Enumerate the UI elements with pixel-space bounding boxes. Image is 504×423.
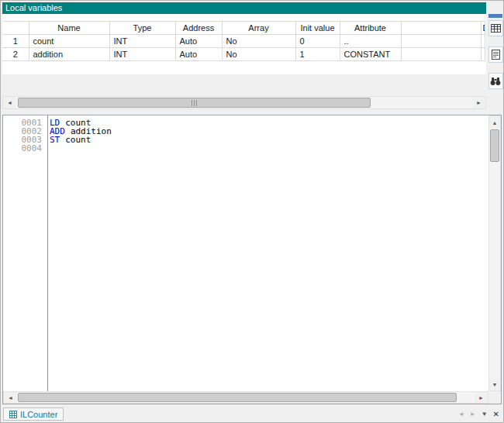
close-icon: ✕	[493, 410, 499, 418]
cell-rownum[interactable]: 1	[2, 35, 29, 48]
column-header-name[interactable]: Name	[29, 22, 109, 35]
binoculars-icon	[490, 77, 501, 86]
scrollbar-track[interactable]	[17, 392, 475, 403]
gutter-divider	[47, 115, 48, 391]
grid-icon	[9, 411, 17, 418]
scroll-down-button[interactable]: ▼	[489, 378, 500, 390]
column-header-init-value[interactable]: Init value	[295, 22, 340, 35]
cell-address[interactable]: Auto	[175, 48, 222, 61]
variables-hscrollbar[interactable]: ◄ ►	[2, 96, 486, 109]
cell-name[interactable]: addition	[29, 48, 109, 61]
column-header-attribute[interactable]: Attribute	[340, 22, 401, 35]
tab-list-dropdown-button[interactable]: ▼	[482, 411, 488, 418]
scrollbar-corner	[488, 391, 501, 404]
operand: count	[65, 135, 91, 145]
cell-init-value[interactable]: 0	[295, 35, 340, 48]
cell-address[interactable]: Auto	[175, 35, 222, 48]
table-row[interactable]: 1 count INT Auto No 0 ..	[2, 35, 485, 48]
gripper-icon	[192, 100, 198, 106]
scrollbar-track[interactable]	[16, 97, 472, 108]
cell-init-value[interactable]: 1	[295, 48, 340, 61]
editor-vscrollbar[interactable]: ▲ ▼	[488, 115, 501, 391]
scroll-right-button[interactable]: ►	[472, 97, 485, 108]
cell-array[interactable]: No	[222, 35, 295, 48]
arrow-right-icon: ►	[470, 411, 476, 418]
arrow-right-icon: ►	[478, 395, 484, 401]
cell-attribute[interactable]: CONSTANT	[340, 48, 401, 61]
toolbar-active-indicator	[488, 14, 502, 18]
tab-label: ILCounter	[20, 410, 57, 419]
cell-rownum[interactable]: 2	[2, 48, 29, 61]
cell-extra[interactable]	[401, 35, 481, 48]
column-header-extra[interactable]	[401, 22, 481, 35]
panel-title-bar: Local variables	[2, 2, 486, 14]
column-header-rownum[interactable]	[2, 22, 29, 35]
find-button[interactable]	[488, 73, 503, 89]
vscroll-thumb[interactable]	[490, 129, 499, 162]
arrow-left-icon: ◄	[7, 100, 12, 105]
document-view-button[interactable]	[488, 46, 503, 63]
column-header-description[interactable]: D	[481, 22, 485, 35]
code-line[interactable]: 0003STcount	[3, 136, 488, 144]
scroll-up-button[interactable]: ▲	[489, 116, 500, 129]
chevron-down-icon: ▼	[482, 411, 488, 418]
side-toolbar	[488, 14, 503, 110]
cell-description[interactable]	[481, 48, 485, 61]
column-header-array[interactable]: Array	[222, 22, 295, 35]
cell-description[interactable]	[481, 35, 485, 48]
table-row[interactable]: 2 addition INT Auto No 1 CONSTANT	[2, 48, 485, 61]
cell-array[interactable]: No	[222, 48, 295, 61]
grid-icon	[491, 23, 501, 33]
arrow-right-icon: ►	[476, 100, 482, 105]
app-window: Local variables Name Type Address Array …	[0, 0, 504, 423]
scroll-left-button[interactable]: ◄	[4, 392, 17, 403]
bottom-tab-bar: ILCounter ◄ ► ▼ ✕	[1, 406, 503, 422]
code-area[interactable]: 0001LDcount 0002ADDaddition 0003STcount …	[3, 115, 488, 391]
code-line[interactable]: 0004	[3, 144, 488, 153]
panel-title: Local variables	[5, 3, 62, 12]
cell-type[interactable]: INT	[109, 48, 175, 61]
table-header-row: Name Type Address Array Init value Attri…	[2, 22, 485, 35]
hscroll-thumb[interactable]	[18, 98, 371, 108]
cell-type[interactable]: INT	[109, 35, 175, 48]
line-number: 0004	[3, 144, 42, 153]
scroll-right-button[interactable]: ►	[475, 392, 488, 403]
scrollbar-track[interactable]	[489, 129, 500, 378]
cell-attribute[interactable]: ..	[340, 35, 401, 48]
arrow-left-icon: ◄	[8, 395, 13, 401]
scroll-left-button[interactable]: ◄	[3, 97, 16, 108]
close-button[interactable]: ✕	[493, 410, 499, 418]
tab-scroll-right-button[interactable]: ►	[470, 411, 476, 418]
editor-hscrollbar[interactable]: ◄ ►	[3, 391, 488, 404]
document-icon	[492, 50, 500, 60]
hscroll-thumb[interactable]	[18, 393, 457, 402]
tab-navigation: ◄ ► ▼ ✕	[458, 406, 499, 422]
cell-extra[interactable]	[401, 48, 481, 61]
variables-table: Name Type Address Array Init value Attri…	[2, 14, 486, 74]
arrow-left-icon: ◄	[458, 411, 464, 418]
arrow-up-icon: ▲	[492, 120, 498, 126]
grid-view-button[interactable]	[488, 20, 503, 36]
arrow-down-icon: ▼	[492, 382, 498, 387]
cell-name[interactable]: count	[29, 35, 109, 48]
column-header-address[interactable]: Address	[175, 22, 222, 35]
tab-scroll-left-button[interactable]: ◄	[458, 411, 464, 418]
tab-ilcounter[interactable]: ILCounter	[3, 408, 64, 421]
il-editor-panel: 0001LDcount 0002ADDaddition 0003STcount …	[2, 115, 502, 404]
column-header-type[interactable]: Type	[109, 22, 175, 35]
